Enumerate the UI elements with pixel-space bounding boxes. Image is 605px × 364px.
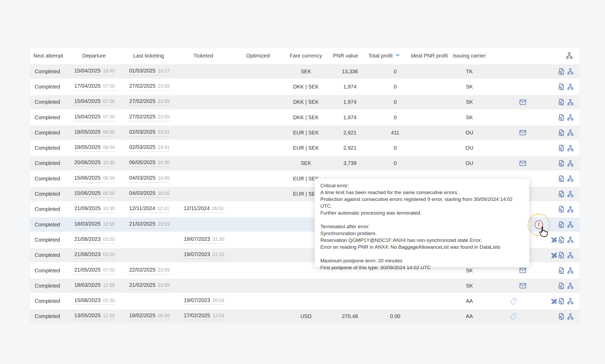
document-history-icon[interactable] bbox=[557, 144, 566, 152]
ticketed-datetime[interactable]: 17/02/202512:03 bbox=[184, 313, 224, 320]
departure-datetime[interactable]: 21/05/202507:00 bbox=[74, 267, 115, 274]
org-chart-icon[interactable] bbox=[566, 144, 575, 152]
org-chart-icon[interactable] bbox=[566, 297, 575, 305]
last-ticketing-datetime[interactable]: 27/02/202523:59 bbox=[129, 83, 170, 91]
document-history-icon[interactable] bbox=[557, 266, 566, 275]
org-chart-icon[interactable] bbox=[566, 113, 575, 122]
departure-datetime[interactable]: 15/04/202507:00 bbox=[74, 114, 115, 121]
departure-datetime[interactable]: 21/08/202303:20 bbox=[74, 236, 115, 244]
org-chart-icon[interactable] bbox=[566, 236, 575, 244]
table-row[interactable]: Completed 15/08/202301:30 19/07/202320:5… bbox=[30, 293, 579, 309]
col-header-ticketed[interactable]: Ticketed bbox=[194, 53, 213, 59]
col-header-last-ticketing[interactable]: Last ticketing bbox=[133, 53, 164, 59]
last-ticketing-datetime[interactable]: 04/03/202516:05 bbox=[129, 190, 170, 198]
table-row[interactable]: Completed 18/05/202506:50 02/03/202519:3… bbox=[30, 140, 579, 155]
col-header-optimized[interactable]: Optimized bbox=[246, 53, 270, 59]
cell-optimized bbox=[238, 217, 278, 232]
col-header-pnr-value[interactable]: PNR value bbox=[333, 53, 358, 59]
table-row[interactable]: Completed 15/04/202518:45 01/03/202510:2… bbox=[30, 64, 579, 79]
col-header-fare-currency[interactable]: Fare currency bbox=[290, 53, 322, 59]
departure-datetime[interactable]: 18/05/202506:50 bbox=[74, 144, 115, 152]
document-history-icon[interactable] bbox=[557, 67, 566, 76]
org-chart-icon[interactable] bbox=[566, 82, 575, 91]
org-chart-icon[interactable] bbox=[566, 159, 575, 168]
col-header-next-attempt[interactable]: Next attempt bbox=[33, 53, 63, 59]
email-icon[interactable] bbox=[519, 282, 527, 290]
departure-datetime[interactable]: 15/04/202518:45 bbox=[74, 68, 115, 75]
last-ticketing-datetime[interactable]: 27/02/202523:59 bbox=[129, 114, 170, 121]
document-history-icon[interactable] bbox=[557, 282, 566, 290]
critical-error-icon[interactable]: ! bbox=[535, 220, 543, 229]
ticketed-datetime[interactable]: 19/07/202320:54 bbox=[184, 297, 224, 305]
departure-datetime[interactable]: 13/05/202512:59 bbox=[74, 313, 115, 320]
departure-datetime[interactable]: 17/04/202507:00 bbox=[74, 83, 115, 91]
tag-icon[interactable] bbox=[509, 297, 518, 305]
document-history-icon[interactable] bbox=[557, 236, 566, 244]
table-row[interactable]: Completed 20/06/202510:30 06/05/202510:3… bbox=[30, 156, 579, 171]
org-chart-icon[interactable] bbox=[566, 67, 575, 76]
document-history-icon[interactable] bbox=[557, 251, 566, 259]
document-history-icon[interactable] bbox=[557, 98, 566, 106]
table-row[interactable]: Completed 17/04/202507:00 27/02/202523:5… bbox=[30, 79, 579, 94]
departure-datetime[interactable]: 18/03/202512:55 bbox=[74, 282, 115, 290]
last-ticketing-datetime[interactable]: 04/03/202516:05 bbox=[129, 175, 170, 183]
document-history-icon[interactable] bbox=[557, 128, 566, 137]
email-icon[interactable] bbox=[519, 98, 527, 106]
document-history-icon[interactable] bbox=[557, 220, 566, 229]
col-header-ideal-pnr-profit[interactable]: Ideal PNR profit bbox=[411, 53, 448, 59]
departure-datetime[interactable]: 15/06/202506:50 bbox=[74, 190, 115, 198]
document-history-icon[interactable] bbox=[557, 174, 566, 183]
col-header-issuing-carrier[interactable]: Issuing carrier bbox=[453, 53, 486, 59]
table-row[interactable]: Completed 13/05/202512:59 19/02/202505:5… bbox=[30, 309, 579, 324]
org-chart-icon[interactable] bbox=[566, 251, 575, 259]
table-row[interactable]: Completed 18/05/202506:50 02/03/202519:3… bbox=[30, 125, 579, 140]
document-history-icon[interactable] bbox=[557, 113, 566, 122]
email-icon[interactable] bbox=[519, 159, 527, 168]
departure-datetime[interactable]: 15/08/202301:30 bbox=[74, 297, 115, 305]
last-ticketing-datetime[interactable]: 21/02/202523:59 bbox=[129, 282, 170, 290]
email-icon[interactable] bbox=[519, 128, 527, 137]
org-chart-icon[interactable] bbox=[566, 220, 575, 229]
org-chart-icon[interactable] bbox=[566, 266, 575, 275]
table-row[interactable]: Completed 15/04/202507:00 27/02/202523:5… bbox=[30, 110, 579, 125]
last-ticketing-datetime[interactable]: 27/02/202523:59 bbox=[129, 98, 170, 106]
departure-datetime[interactable]: 21/09/202510:30 bbox=[74, 205, 115, 213]
last-ticketing-datetime[interactable]: 02/03/202519:31 bbox=[129, 144, 170, 152]
tag-icon[interactable] bbox=[509, 312, 518, 321]
org-chart-icon[interactable] bbox=[566, 98, 575, 106]
departure-datetime[interactable]: 15/04/202507:00 bbox=[74, 98, 115, 106]
departure-datetime[interactable]: 18/05/202506:50 bbox=[74, 129, 115, 137]
org-chart-icon[interactable] bbox=[566, 174, 575, 183]
ticketed-datetime[interactable]: 19/07/202321:30 bbox=[184, 236, 224, 244]
last-ticketing-datetime[interactable]: 21/02/202523:59 bbox=[129, 221, 170, 228]
departure-datetime[interactable]: 20/06/202510:30 bbox=[74, 159, 115, 167]
org-chart-icon[interactable] bbox=[566, 205, 575, 214]
org-chart-icon[interactable] bbox=[566, 190, 575, 198]
document-history-icon[interactable] bbox=[557, 159, 566, 168]
col-header-total-profit[interactable]: Total profit bbox=[368, 52, 401, 60]
org-chart-icon[interactable] bbox=[566, 282, 575, 290]
table-row[interactable]: Completed 15/04/202507:00 27/02/202523:5… bbox=[30, 95, 579, 110]
document-history-icon[interactable] bbox=[557, 297, 566, 305]
cell-last-ticketing: 21/02/202523:59 bbox=[129, 279, 184, 293]
departure-datetime[interactable]: 18/03/202512:55 bbox=[74, 221, 115, 228]
org-chart-icon[interactable] bbox=[566, 312, 575, 321]
col-header-departure[interactable]: Departure bbox=[82, 53, 106, 59]
last-ticketing-datetime[interactable]: 22/02/202523:59 bbox=[129, 267, 170, 274]
document-history-icon[interactable] bbox=[557, 190, 566, 198]
departure-datetime[interactable]: 15/06/202506:50 bbox=[74, 175, 115, 183]
last-ticketing-datetime[interactable]: 06/05/202510:30 bbox=[129, 159, 170, 167]
departure-datetime[interactable]: 21/08/202303:20 bbox=[74, 251, 115, 259]
document-history-icon[interactable] bbox=[557, 312, 566, 321]
org-chart-icon[interactable] bbox=[565, 52, 573, 60]
last-ticketing-datetime[interactable]: 12/11/202412:41 bbox=[129, 205, 169, 213]
last-ticketing-datetime[interactable]: 01/03/202510:27 bbox=[129, 68, 170, 75]
org-chart-icon[interactable] bbox=[566, 128, 575, 137]
document-history-icon[interactable] bbox=[557, 205, 566, 214]
last-ticketing-datetime[interactable]: 19/02/202505:59 bbox=[129, 313, 170, 320]
last-ticketing-datetime[interactable]: 02/03/202519:31 bbox=[129, 129, 170, 137]
ticketed-datetime[interactable]: 12/11/202405:01 bbox=[184, 205, 224, 213]
table-row[interactable]: Completed 18/03/202512:55 21/02/202523:5… bbox=[30, 278, 579, 293]
ticketed-datetime[interactable]: 19/07/202321:23 bbox=[184, 251, 224, 259]
document-history-icon[interactable] bbox=[557, 82, 566, 91]
